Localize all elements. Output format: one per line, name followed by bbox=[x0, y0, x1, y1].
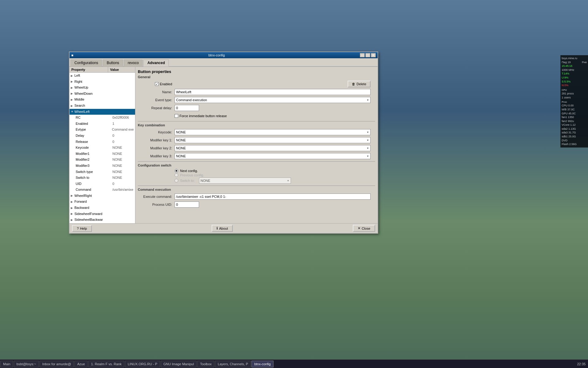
taskbar-layers[interactable]: Layers, Channels, P bbox=[215, 361, 251, 367]
window-close-button[interactable]: ✕ bbox=[371, 53, 376, 57]
tree-label-wheelup: WheelUp bbox=[74, 85, 112, 90]
tree-header: Property Value bbox=[70, 67, 135, 73]
switch-to-label: Switch to: bbox=[180, 179, 195, 182]
keycode-control: NONE bbox=[175, 129, 371, 135]
repeat-delay-control bbox=[175, 105, 371, 111]
minimize-button[interactable]: — bbox=[360, 53, 365, 57]
tree-item-wheelright[interactable]: ▶ WheelRight bbox=[70, 193, 135, 199]
keycode-row: Keycode: NONE bbox=[138, 129, 375, 136]
tree-item-uid[interactable]: UID 0 bbox=[70, 181, 135, 187]
taskbar-toolbox[interactable]: Toolbox bbox=[197, 361, 214, 367]
enabled-delete-row: Enabled 🗑 Delete bbox=[138, 81, 375, 87]
tree-item-modifier2[interactable]: Modifier2 NONE bbox=[70, 157, 135, 163]
process-uid-input[interactable] bbox=[175, 201, 199, 208]
process-uid-label: Process UID: bbox=[138, 203, 175, 206]
tab-configurations[interactable]: Configurations bbox=[70, 59, 102, 67]
tree-label-release: Release bbox=[76, 139, 112, 145]
help-button[interactable]: ? Help bbox=[72, 225, 92, 232]
modifier3-dropdown[interactable]: NONE bbox=[175, 153, 371, 159]
force-release-checkbox-row: Force immediate button release bbox=[175, 114, 371, 118]
tree-item-release[interactable]: Release 0 bbox=[70, 139, 135, 145]
about-button[interactable]: ℹ About bbox=[212, 225, 233, 232]
taskbar-terminal[interactable]: bsbt@bsys:~ bbox=[14, 361, 39, 367]
repeat-delay-input[interactable] bbox=[175, 105, 199, 111]
tree-item-evtype[interactable]: Evtype Command exe bbox=[70, 127, 135, 133]
tree-item-wheelup[interactable]: ▶ WheelUp bbox=[70, 85, 135, 91]
switch-to-dropdown[interactable]: NONE bbox=[199, 178, 291, 184]
help-icon: ? bbox=[77, 227, 79, 230]
taskbar-gimp[interactable]: GNU Image Manipul bbox=[161, 361, 197, 367]
config-switch-radio-group: Next config. Previous config. Switch to:… bbox=[175, 169, 371, 184]
tree-item-wheeldown[interactable]: ▶ WheelDown bbox=[70, 91, 135, 97]
tree-label-rc: RC bbox=[76, 115, 112, 121]
tree-item-sidewheelmiddle[interactable]: ▶ SidewheelMiddle bbox=[70, 223, 135, 223]
cpu2: CPU 0.00 bbox=[562, 104, 574, 108]
tab-revoco[interactable]: revoco bbox=[124, 59, 143, 67]
modifier3-value: NONE bbox=[176, 154, 186, 158]
enabled-checkbox[interactable] bbox=[155, 82, 159, 86]
expand-arrow-wheeldown: ▶ bbox=[71, 91, 74, 96]
close-button[interactable]: ✕ Close bbox=[353, 225, 375, 232]
taskbar-azue[interactable]: Azue bbox=[74, 361, 88, 367]
tree-value-uid: 0 bbox=[112, 181, 134, 187]
enabled-checkbox-row: Enabled bbox=[155, 82, 172, 86]
taskbar-linux[interactable]: LINUX.ORG.RU - P bbox=[125, 361, 160, 367]
tree-item-left[interactable]: ▶ Left bbox=[70, 73, 135, 79]
tree-item-modifier3[interactable]: Modifier3 NONE bbox=[70, 163, 135, 169]
expand-arrow-right: ▶ bbox=[71, 79, 74, 84]
tree-item-right[interactable]: ▶ Right bbox=[70, 79, 135, 85]
force-release-checkbox[interactable] bbox=[175, 114, 178, 118]
delete-button[interactable]: 🗑 Delete bbox=[348, 81, 371, 87]
tab-buttons[interactable]: Buttons bbox=[103, 59, 123, 67]
config-switch-title: Configuration switch bbox=[138, 163, 375, 167]
tree-item-backward[interactable]: ▶ Backward bbox=[70, 205, 135, 211]
tree-value-command: /usr/bin/amixe bbox=[112, 187, 134, 193]
keycode-dropdown[interactable]: NONE bbox=[175, 129, 371, 135]
main-window: ■ btnx-config — □ ✕ Configurations Butto… bbox=[69, 52, 378, 234]
tree-item-rc[interactable]: RC 0x02ff0006 bbox=[70, 115, 135, 121]
tree-item-sidewheelforward[interactable]: ▶ SidewheelForward bbox=[70, 211, 135, 217]
execute-input[interactable] bbox=[175, 194, 371, 200]
tree-item-search[interactable]: ▶ Search bbox=[70, 103, 135, 109]
tree-item-forward[interactable]: ▶ Forward bbox=[70, 199, 135, 205]
modifier1-dropdown[interactable]: NONE bbox=[175, 137, 371, 143]
taskbar-main[interactable]: Main bbox=[0, 361, 13, 367]
tree-value-modifier3: NONE bbox=[112, 163, 134, 169]
tree-label-modifier1: Modifier1 bbox=[76, 151, 112, 157]
tree-item-delay[interactable]: Delay 0 bbox=[70, 133, 135, 139]
cpu-t: T:14% bbox=[562, 72, 569, 76]
taskbar-inbox[interactable]: Inbox for amurde@ bbox=[40, 361, 74, 367]
event-type-dropdown[interactable]: Command execution bbox=[175, 97, 371, 103]
tree-item-sidewheelbackwar[interactable]: ▶ SidewheelBackwar bbox=[70, 217, 135, 223]
taskbar-btnx[interactable]: btnx-config bbox=[251, 361, 273, 367]
rne-label: Рне bbox=[582, 60, 587, 64]
tab-advanced[interactable]: Advanced bbox=[143, 59, 169, 67]
taskbar-clock: 22:35 bbox=[575, 362, 588, 366]
next-config-radio[interactable] bbox=[175, 169, 178, 173]
main-content-area: Property Value ▶ Left ▶ Right ▶ WheelUp … bbox=[70, 67, 378, 223]
tree-item-switch-to[interactable]: Switch to NONE bbox=[70, 175, 135, 181]
tree-label-backward: Backward bbox=[74, 205, 112, 211]
tree-label-forward: Forward bbox=[74, 199, 112, 205]
tree-item-switch-type[interactable]: Switch type NONE bbox=[70, 169, 135, 175]
tree-item-wheelleft[interactable]: ▼ WheelLeft bbox=[70, 109, 135, 115]
tree-item-modifier1[interactable]: Modifier1 NONE bbox=[70, 151, 135, 157]
title-bar-icon: ■ bbox=[71, 53, 74, 57]
expand-arrow-middle: ▶ bbox=[71, 98, 74, 102]
modifier3-label: Modifier key 3: bbox=[138, 154, 175, 158]
tree-item-command[interactable]: Command /usr/bin/amixe bbox=[70, 187, 135, 193]
prev-config-radio[interactable] bbox=[175, 173, 178, 177]
modifier2-dropdown[interactable]: NONE bbox=[175, 145, 371, 151]
tree-item-middle[interactable]: ▶ Middle bbox=[70, 97, 135, 103]
tree-item-enabled[interactable]: Enabled 1 bbox=[70, 121, 135, 127]
process-uid-control bbox=[175, 201, 371, 208]
divider-2 bbox=[138, 161, 375, 162]
name-input[interactable] bbox=[175, 89, 371, 95]
proc-section: Proc bbox=[562, 100, 587, 104]
key-combination-title: Key combination bbox=[138, 123, 375, 127]
maximize-button[interactable]: □ bbox=[365, 53, 370, 57]
switch-to-radio[interactable] bbox=[175, 179, 178, 182]
tree-item-keycode[interactable]: Keycode NONE bbox=[70, 145, 135, 151]
taskbar-realm[interactable]: 1. Realm F vs. Rank bbox=[88, 361, 124, 367]
tree-value-switch-type: NONE bbox=[112, 169, 134, 175]
